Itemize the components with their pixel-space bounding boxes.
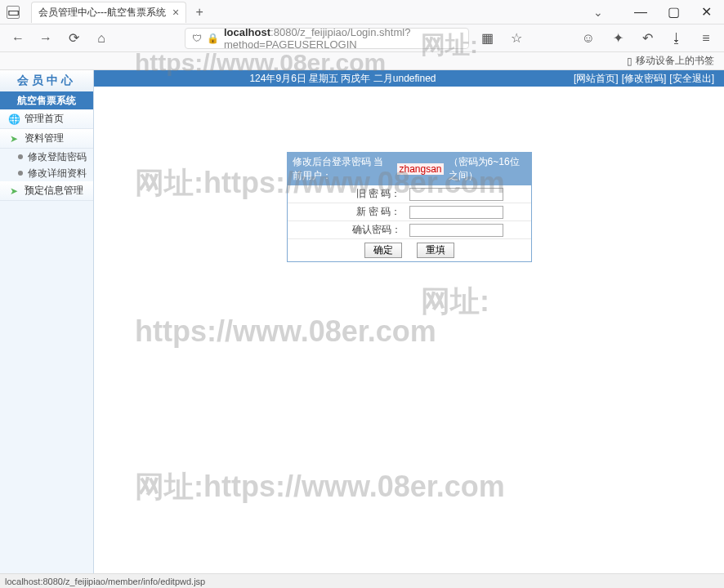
main-content: 修改后台登录密码 当前用户： zhangsan （密码为6~16位之间） 旧 密…: [94, 87, 724, 573]
submit-button[interactable]: 确定: [364, 243, 402, 258]
password-hint: （密码为6~16位之间）: [449, 155, 526, 183]
status-bar: localhost:8080/z_feijipiao/member/info/e…: [0, 573, 724, 588]
banner-link-pwd[interactable]: [修改密码]: [622, 72, 667, 86]
change-password-form: 修改后台登录密码 当前用户： zhangsan （密码为6~16位之间） 旧 密…: [287, 152, 532, 262]
account-icon[interactable]: ☺: [579, 29, 598, 48]
mobile-bookmarks-link[interactable]: ▯ 移动设备上的书签: [627, 54, 714, 68]
sidebar-item-label: 修改登陆密码: [28, 150, 87, 164]
current-user: zhangsan: [397, 163, 443, 175]
home-button[interactable]: ⌂: [92, 29, 111, 48]
banner-date: 124年9月6日 星期五 丙戌年 二月undefined: [112, 72, 574, 86]
bullet-icon: [18, 171, 23, 176]
sidebar: 会员中心 航空售票系统 🌐 管理首页 ➤ 资料管理 修改登陆密码 修改详细资料: [0, 70, 94, 573]
sidebar-item-label: 修改详细资料: [28, 167, 87, 180]
sidebar-item-label: 资料管理: [25, 131, 64, 145]
maximize-button[interactable]: ▢: [662, 1, 685, 24]
qr-icon[interactable]: ▦: [477, 29, 497, 48]
banner-links: [网站首页] [修改密码] [安全退出]: [574, 72, 714, 86]
tab-title: 会员管理中心---航空售票系统: [38, 6, 166, 20]
sidebar-subtitle: 航空售票系统: [0, 91, 93, 109]
sidebar-item-booking-mgmt[interactable]: ➤ 预定信息管理: [0, 181, 93, 201]
sidebar-logo: 会员中心: [0, 70, 93, 91]
new-password-label: 新 密 码：: [288, 205, 406, 219]
downloads-icon[interactable]: ⭳: [667, 29, 686, 48]
history-icon[interactable]: ↶: [637, 29, 657, 48]
old-password-input[interactable]: [409, 188, 503, 201]
device-icon: ▯: [627, 56, 632, 67]
reload-button[interactable]: ⟳: [64, 29, 83, 48]
chevron-down-icon[interactable]: ⌄: [593, 6, 603, 19]
sidebar-sub-edit-detail[interactable]: 修改详细资料: [0, 165, 93, 181]
new-tab-button[interactable]: +: [190, 2, 209, 22]
url-text: localhost:8080/z_feijipiao/Login.shtml?m…: [224, 26, 462, 51]
star-icon[interactable]: ☆: [507, 29, 526, 48]
arrow-right-icon: ➤: [8, 133, 20, 145]
confirm-password-label: 确认密码：: [288, 223, 406, 237]
close-window-button[interactable]: ✕: [695, 1, 717, 24]
form-header: 修改后台登录密码 当前用户： zhangsan （密码为6~16位之间）: [288, 153, 531, 185]
sidebar-item-label: 管理首页: [25, 112, 64, 126]
confirm-password-input[interactable]: [409, 224, 503, 237]
sidebar-item-label: 预定信息管理: [25, 184, 83, 198]
status-text: localhost:8080/z_feijipiao/member/info/e…: [5, 577, 205, 586]
browser-tab-bar: ▭ 会员管理中心---航空售票系统 × + ⌄ — ▢ ✕: [0, 0, 724, 24]
new-password-input[interactable]: [409, 206, 503, 219]
top-banner: 124年9月6日 星期五 丙戌年 二月undefined [网站首页] [修改密…: [94, 70, 724, 87]
forward-button[interactable]: →: [36, 29, 56, 48]
close-tab-icon[interactable]: ×: [172, 6, 179, 19]
shield-icon: 🛡: [192, 33, 202, 44]
old-password-label: 旧 密 码：: [288, 187, 406, 201]
sidebar-item-home[interactable]: 🌐 管理首页: [0, 109, 93, 129]
banner-link-home[interactable]: [网站首页]: [574, 72, 619, 86]
sidebar-sub-change-pwd[interactable]: 修改登陆密码: [0, 149, 93, 165]
window-icon: ▭: [7, 6, 20, 19]
bullet-icon: [18, 154, 23, 159]
minimize-button[interactable]: —: [629, 1, 652, 24]
browser-tab[interactable]: 会员管理中心---航空售票系统 ×: [31, 2, 186, 23]
banner-link-logout[interactable]: [安全退出]: [669, 72, 714, 86]
back-button[interactable]: ←: [8, 29, 28, 48]
lock-icon: 🔒: [207, 33, 219, 44]
extensions-icon[interactable]: ✦: [608, 29, 628, 48]
menu-icon[interactable]: ≡: [696, 29, 716, 48]
sidebar-item-profile-mgmt[interactable]: ➤ 资料管理: [0, 129, 93, 149]
bookmark-bar: ▯ 移动设备上的书签: [0, 52, 724, 70]
app-wrapper: 会员中心 航空售票系统 🌐 管理首页 ➤ 资料管理 修改登陆密码 修改详细资料: [0, 70, 724, 573]
url-bar[interactable]: 🛡 🔒 localhost:8080/z_feijipiao/Login.sht…: [185, 28, 469, 49]
globe-icon: 🌐: [8, 114, 20, 125]
arrow-right-icon: ➤: [8, 185, 20, 197]
reset-button[interactable]: 重填: [417, 243, 454, 258]
browser-nav-bar: ← → ⟳ ⌂ 🛡 🔒 localhost:8080/z_feijipiao/L…: [0, 24, 724, 52]
